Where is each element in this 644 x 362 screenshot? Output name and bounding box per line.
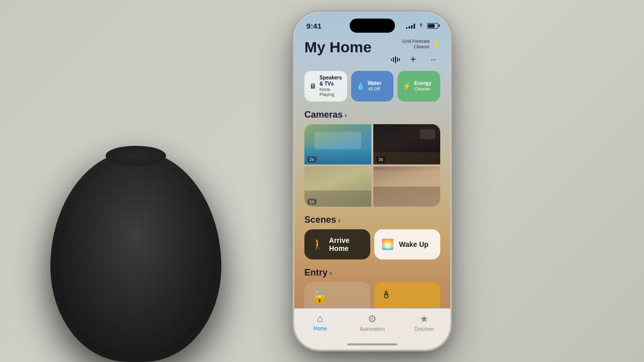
homepod-device [30,30,257,362]
tab-automation[interactable]: ⚙ Automation [346,313,398,332]
iphone-device: 9:41 [294,13,450,349]
grid-forecast: Grid Forecast Cleaner ⚡ [402,39,440,50]
discover-tab-label: Discover [415,326,434,332]
automation-tab-icon: ⚙ [368,313,377,325]
battery-icon [427,23,438,29]
signal-bars [406,23,415,29]
dynamic-island [350,19,395,33]
grid-forecast-text: Grid Forecast Cleaner [402,39,430,50]
arrive-home-label: Arrive Home [329,236,363,252]
tab-home[interactable]: ⌂ Home [294,313,346,331]
camera-living[interactable] [373,166,440,207]
signal-bar-3 [411,25,413,29]
camera-room-timer: 3s [376,156,385,162]
iphone-screen: 9:41 [294,13,450,349]
energy-icon: ⚡ [403,82,411,90]
status-time: 9:41 [306,22,321,30]
energy-tile[interactable]: ⚡ Energy Cleaner [397,71,440,102]
wifi-icon [418,22,425,29]
water-icon: 💧 [356,82,365,90]
energy-text: Energy Cleaner [414,80,435,92]
homepod-body [50,151,221,362]
tab-discover[interactable]: ★ Discover [398,313,450,332]
page-title: My Home [304,39,371,56]
arrive-home-icon: 🚶 [311,238,324,250]
entry-arrow-icon: › [330,269,332,277]
signal-bar-1 [406,27,408,29]
scenes-grid: 🚶 Arrive Home 🌅 Wake Up [294,229,450,265]
camera-patio-timer: 1s [307,199,316,205]
sconces-icon: 🕯 [381,289,391,301]
lightning-icon: ⚡ [432,40,440,48]
scenes-arrow-icon: › [338,216,341,224]
discover-tab-icon: ★ [420,313,429,325]
camera-pool-timer: 2s [307,156,316,162]
entry-section-header[interactable]: Entry › [294,265,450,282]
speakers-icon: 🖥 [309,82,316,90]
camera-pool[interactable]: 2s [304,124,371,164]
quick-tiles-row: 🖥 Speakers & TVs None Playing 💧 Water Al… [294,71,450,108]
homepod-top [106,146,166,166]
wf-bar-5 [399,58,400,61]
wake-up-scene[interactable]: 🌅 Wake Up [374,229,440,259]
automation-tab-label: Automation [360,326,385,332]
battery-fill [428,24,435,28]
home-tab-icon: ⌂ [317,313,324,324]
wf-bar-3 [395,56,396,63]
arrive-home-scene[interactable]: 🚶 Arrive Home [304,229,370,259]
wf-bar-2 [393,57,394,62]
wake-up-label: Wake Up [399,240,429,248]
camera-room[interactable]: 3s [373,124,440,164]
speakers-tile[interactable]: 🖥 Speakers & TVs None Playing [304,71,347,102]
status-icons [406,22,438,29]
speakers-text: Speakers & TVs None Playing [319,75,342,98]
scroll-content[interactable]: My Home Grid Forecast Cleaner ⚡ [294,13,450,321]
home-indicator [347,343,397,345]
wf-bar-4 [397,57,398,62]
water-tile[interactable]: 💧 Water All Off [351,71,394,102]
more-button[interactable]: ··· [426,53,440,67]
header-right: Grid Forecast Cleaner ⚡ [391,39,440,67]
water-text: Water All Off [368,80,389,92]
cameras-arrow-icon: › [345,111,347,119]
waveform-icon[interactable] [391,56,400,64]
wf-bar-1 [391,59,392,61]
wake-up-icon: 🌅 [381,238,394,250]
signal-bar-2 [409,26,410,29]
cameras-section-header[interactable]: Cameras › [294,108,450,124]
camera-patio[interactable]: 1s [304,166,371,207]
iphone-container: 9:41 [294,13,450,349]
scenes-section-header[interactable]: Scenes › [294,213,450,229]
add-button[interactable]: + [406,53,420,67]
camera-grid: 2s 3s 1s [304,124,440,207]
signal-bar-4 [414,24,415,29]
home-tab-label: Home [313,326,327,331]
front-door-icon: 🔓 [311,289,363,305]
